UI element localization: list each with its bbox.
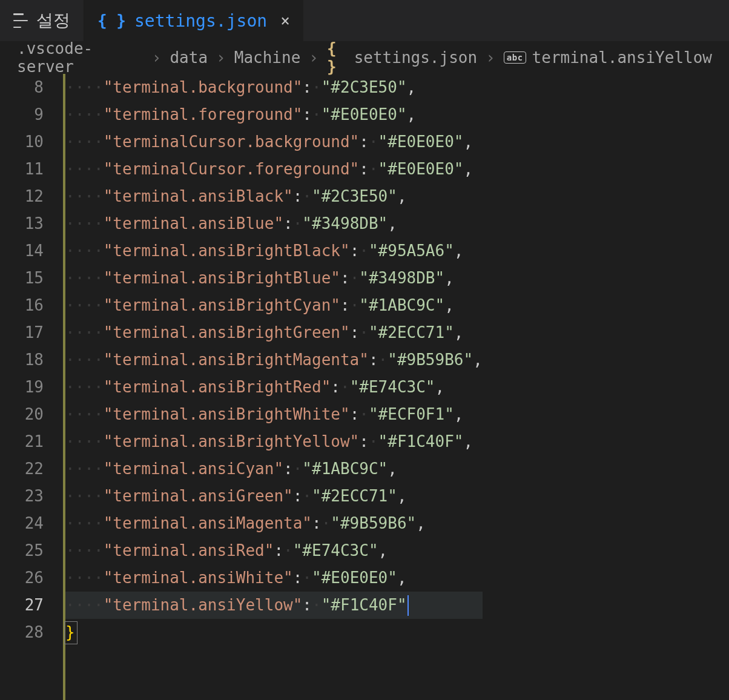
line-number: 9	[0, 101, 44, 128]
chevron-right-icon: ›	[150, 48, 164, 67]
breadcrumb: .vscode-server › data › Machine › { } se…	[0, 41, 729, 74]
tab-settings-json[interactable]: { } settings.json ×	[84, 0, 303, 41]
line-number: 24	[0, 510, 44, 537]
code-line[interactable]: ····"terminal.ansiMagenta":·"#9B59B6",	[65, 510, 483, 537]
code-line[interactable]: ····"terminalCursor.foreground":·"#E0E0E…	[65, 156, 483, 183]
code-line[interactable]: ····"terminal.ansiBrightWhite":·"#ECF0F1…	[65, 401, 483, 428]
line-number-gutter: 8910111213141516171819202122232425262728	[0, 74, 61, 700]
code-line[interactable]: ····"terminal.ansiBlue":·"#3498DB",	[65, 210, 483, 237]
chevron-right-icon: ›	[306, 48, 321, 67]
line-number: 25	[0, 537, 44, 564]
line-number: 17	[0, 319, 44, 346]
line-number: 19	[0, 374, 44, 401]
code-line[interactable]: ····"terminal.ansiYellow":·"#F1C40F"	[65, 592, 483, 619]
code-line[interactable]: ····"terminal.ansiCyan":·"#1ABC9C",	[65, 455, 483, 483]
line-number: 8	[0, 74, 44, 101]
json-file-icon: { }	[327, 39, 348, 76]
string-symbol-icon: abc	[504, 51, 526, 64]
code-line[interactable]: ····"terminalCursor.background":·"#E0E0E…	[65, 128, 483, 156]
tab-bar: 설정 { } settings.json ×	[0, 0, 729, 41]
line-number: 14	[0, 237, 44, 265]
code-line[interactable]: ····"terminal.foreground":·"#E0E0E0",	[65, 101, 483, 128]
chevron-right-icon: ›	[214, 48, 228, 67]
code-line[interactable]: ····"terminal.ansiBrightBlack":·"#95A5A6…	[65, 237, 483, 265]
code-line[interactable]: ····"terminal.ansiBrightMagenta":·"#9B59…	[65, 346, 483, 374]
line-number: 11	[0, 156, 44, 183]
code-line[interactable]: ····"terminal.ansiWhite":·"#E0E0E0",	[65, 564, 483, 592]
tab-label: settings.json	[134, 11, 267, 31]
line-number: 27	[0, 592, 44, 619]
tab-settings[interactable]: 설정	[0, 0, 84, 41]
breadcrumb-item[interactable]: abc terminal.ansiYellow	[504, 48, 712, 67]
line-number: 13	[0, 210, 44, 237]
line-number: 22	[0, 455, 44, 483]
code-line[interactable]: ····"terminal.ansiBrightRed":·"#E74C3C",	[65, 374, 483, 401]
line-number: 21	[0, 428, 44, 455]
menu-icon	[13, 13, 28, 28]
line-number: 23	[0, 483, 44, 510]
tab-label: 설정	[36, 9, 70, 32]
code-area[interactable]: ····"terminal.background":·"#2C3E50",···…	[65, 74, 483, 700]
breadcrumb-item[interactable]: { } settings.json	[327, 39, 477, 76]
line-number: 28	[0, 619, 44, 646]
code-line[interactable]: ····"terminal.ansiBrightBlue":·"#3498DB"…	[65, 265, 483, 292]
close-icon[interactable]: ×	[280, 12, 290, 30]
code-line[interactable]: ····"terminal.ansiBrightCyan":·"#1ABC9C"…	[65, 292, 483, 319]
line-number: 16	[0, 292, 44, 319]
breadcrumb-item[interactable]: data	[170, 48, 208, 67]
code-line[interactable]: ····"terminal.ansiGreen":·"#2ECC71",	[65, 483, 483, 510]
chevron-right-icon: ›	[483, 48, 498, 67]
breadcrumb-item[interactable]: .vscode-server	[17, 39, 143, 76]
line-number: 12	[0, 183, 44, 210]
code-line[interactable]: ····"terminal.ansiBrightGreen":·"#2ECC71…	[65, 319, 483, 346]
line-number: 10	[0, 128, 44, 156]
code-line[interactable]: ····"terminal.ansiBlack":·"#2C3E50",	[65, 183, 483, 210]
line-number: 18	[0, 346, 44, 374]
code-line[interactable]: ····"terminal.ansiRed":·"#E74C3C",	[65, 537, 483, 564]
line-number: 15	[0, 265, 44, 292]
line-number: 26	[0, 564, 44, 592]
json-file-icon: { }	[97, 12, 126, 30]
code-editor[interactable]: 8910111213141516171819202122232425262728…	[0, 74, 729, 700]
code-line[interactable]: ····"terminal.ansiBrightYellow":·"#F1C40…	[65, 428, 483, 455]
code-line[interactable]: }	[65, 619, 483, 646]
line-number: 20	[0, 401, 44, 428]
breadcrumb-item[interactable]: Machine	[234, 48, 301, 67]
code-line[interactable]: ····"terminal.background":·"#2C3E50",	[65, 74, 483, 101]
